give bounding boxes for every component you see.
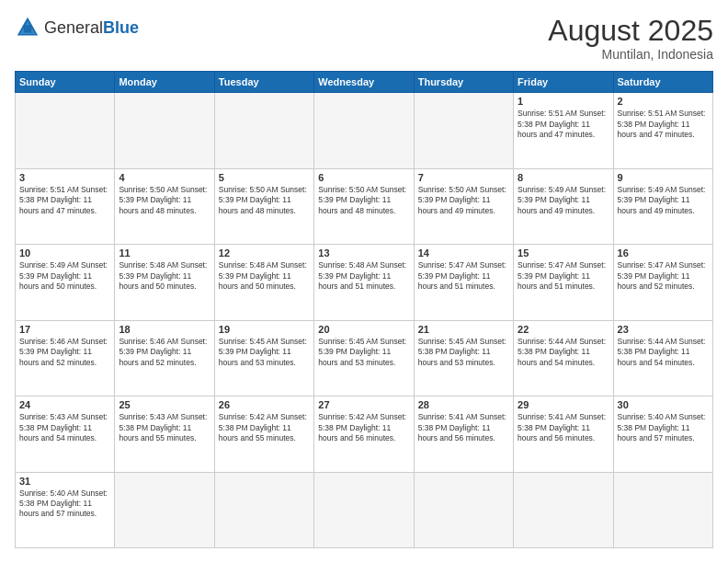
cell-date-number: 4 <box>119 172 210 183</box>
calendar-cell <box>214 93 313 168</box>
cell-date-number: 19 <box>219 324 310 335</box>
calendar-cell: 18Sunrise: 5:46 AM Sunset: 5:39 PM Dayli… <box>115 320 214 396</box>
calendar-week-row: 3Sunrise: 5:51 AM Sunset: 5:38 PM Daylig… <box>16 168 713 244</box>
cell-info-text: Sunrise: 5:48 AM Sunset: 5:39 PM Dayligh… <box>318 260 409 292</box>
cell-date-number: 10 <box>19 247 110 259</box>
cell-info-text: Sunrise: 5:48 AM Sunset: 5:39 PM Dayligh… <box>119 260 210 292</box>
calendar-cell: 5Sunrise: 5:50 AM Sunset: 5:39 PM Daylig… <box>214 168 313 244</box>
cell-date-number: 8 <box>518 172 609 183</box>
calendar-cell: 29Sunrise: 5:41 AM Sunset: 5:38 PM Dayli… <box>514 396 613 472</box>
calendar-cell <box>414 93 513 168</box>
cell-info-text: Sunrise: 5:45 AM Sunset: 5:39 PM Dayligh… <box>318 337 409 368</box>
calendar-cell <box>613 472 712 547</box>
cell-info-text: Sunrise: 5:42 AM Sunset: 5:38 PM Dayligh… <box>318 412 409 443</box>
cell-info-text: Sunrise: 5:51 AM Sunset: 5:38 PM Dayligh… <box>618 109 709 140</box>
cell-date-number: 24 <box>19 399 110 410</box>
calendar-header-tuesday: Tuesday <box>214 72 313 93</box>
calendar-header-sunday: Sunday <box>16 72 115 93</box>
calendar-cell: 22Sunrise: 5:44 AM Sunset: 5:38 PM Dayli… <box>514 320 613 396</box>
calendar-cell: 21Sunrise: 5:45 AM Sunset: 5:38 PM Dayli… <box>414 320 513 396</box>
calendar-header-monday: Monday <box>115 72 214 93</box>
calendar-cell: 25Sunrise: 5:43 AM Sunset: 5:38 PM Dayli… <box>115 396 214 472</box>
cell-info-text: Sunrise: 5:51 AM Sunset: 5:38 PM Dayligh… <box>19 185 110 216</box>
calendar-cell: 24Sunrise: 5:43 AM Sunset: 5:38 PM Dayli… <box>16 396 115 472</box>
calendar-cell: 26Sunrise: 5:42 AM Sunset: 5:38 PM Dayli… <box>214 396 313 472</box>
calendar-cell: 8Sunrise: 5:49 AM Sunset: 5:39 PM Daylig… <box>514 168 613 244</box>
calendar-cell <box>214 472 313 547</box>
calendar-cell <box>16 93 115 168</box>
cell-info-text: Sunrise: 5:50 AM Sunset: 5:39 PM Dayligh… <box>418 185 509 216</box>
calendar-header-saturday: Saturday <box>613 72 712 93</box>
calendar-cell <box>414 472 513 547</box>
cell-date-number: 9 <box>618 172 709 183</box>
cell-date-number: 17 <box>19 324 110 335</box>
calendar-cell: 16Sunrise: 5:47 AM Sunset: 5:39 PM Dayli… <box>613 245 712 320</box>
page: GeneralBlue August 2025 Muntilan, Indone… <box>0 0 728 563</box>
calendar-week-row: 1Sunrise: 5:51 AM Sunset: 5:38 PM Daylig… <box>16 93 713 168</box>
month-title: August 2025 <box>548 15 713 47</box>
calendar-cell <box>314 93 414 168</box>
calendar-header-friday: Friday <box>514 72 613 93</box>
cell-date-number: 20 <box>318 324 409 335</box>
calendar-cell: 20Sunrise: 5:45 AM Sunset: 5:39 PM Dayli… <box>314 320 414 396</box>
cell-info-text: Sunrise: 5:49 AM Sunset: 5:39 PM Dayligh… <box>518 185 609 216</box>
calendar-cell <box>115 93 214 168</box>
calendar-cell: 31Sunrise: 5:40 AM Sunset: 5:38 PM Dayli… <box>16 472 115 547</box>
calendar-cell: 6Sunrise: 5:50 AM Sunset: 5:39 PM Daylig… <box>314 168 414 244</box>
cell-date-number: 22 <box>518 324 609 335</box>
calendar-cell: 3Sunrise: 5:51 AM Sunset: 5:38 PM Daylig… <box>16 168 115 244</box>
header: GeneralBlue August 2025 Muntilan, Indone… <box>15 15 713 62</box>
cell-date-number: 23 <box>618 324 709 335</box>
cell-date-number: 13 <box>318 247 409 259</box>
calendar-cell: 7Sunrise: 5:50 AM Sunset: 5:39 PM Daylig… <box>414 168 513 244</box>
cell-date-number: 26 <box>219 399 310 410</box>
cell-info-text: Sunrise: 5:42 AM Sunset: 5:38 PM Dayligh… <box>219 412 310 443</box>
cell-date-number: 14 <box>418 247 509 259</box>
cell-date-number: 31 <box>19 476 110 487</box>
cell-info-text: Sunrise: 5:45 AM Sunset: 5:39 PM Dayligh… <box>219 337 310 368</box>
cell-date-number: 12 <box>219 247 310 259</box>
calendar-cell: 13Sunrise: 5:48 AM Sunset: 5:39 PM Dayli… <box>314 245 414 320</box>
cell-date-number: 3 <box>19 172 110 183</box>
cell-date-number: 18 <box>119 324 210 335</box>
calendar-week-row: 24Sunrise: 5:43 AM Sunset: 5:38 PM Dayli… <box>16 396 713 472</box>
calendar-cell: 12Sunrise: 5:48 AM Sunset: 5:39 PM Dayli… <box>214 245 313 320</box>
calendar-cell: 14Sunrise: 5:47 AM Sunset: 5:39 PM Dayli… <box>414 245 513 320</box>
calendar-cell: 17Sunrise: 5:46 AM Sunset: 5:39 PM Dayli… <box>16 320 115 396</box>
cell-info-text: Sunrise: 5:50 AM Sunset: 5:39 PM Dayligh… <box>219 185 310 216</box>
cell-info-text: Sunrise: 5:41 AM Sunset: 5:38 PM Dayligh… <box>518 412 609 443</box>
logo-icon <box>15 15 40 40</box>
calendar-cell: 4Sunrise: 5:50 AM Sunset: 5:39 PM Daylig… <box>115 168 214 244</box>
cell-date-number: 6 <box>318 172 409 183</box>
calendar-week-row: 10Sunrise: 5:49 AM Sunset: 5:39 PM Dayli… <box>16 245 713 320</box>
cell-info-text: Sunrise: 5:40 AM Sunset: 5:38 PM Dayligh… <box>618 412 709 443</box>
cell-info-text: Sunrise: 5:43 AM Sunset: 5:38 PM Dayligh… <box>19 412 110 443</box>
location: Muntilan, Indonesia <box>548 47 713 62</box>
cell-date-number: 11 <box>119 247 210 259</box>
cell-info-text: Sunrise: 5:51 AM Sunset: 5:38 PM Dayligh… <box>518 109 609 140</box>
calendar: SundayMondayTuesdayWednesdayThursdayFrid… <box>15 71 713 548</box>
calendar-cell: 27Sunrise: 5:42 AM Sunset: 5:38 PM Dayli… <box>314 396 414 472</box>
cell-info-text: Sunrise: 5:44 AM Sunset: 5:38 PM Dayligh… <box>618 337 709 368</box>
cell-info-text: Sunrise: 5:48 AM Sunset: 5:39 PM Dayligh… <box>219 260 310 292</box>
cell-date-number: 30 <box>618 399 709 410</box>
calendar-week-row: 17Sunrise: 5:46 AM Sunset: 5:39 PM Dayli… <box>16 320 713 396</box>
calendar-cell <box>115 472 214 547</box>
calendar-cell <box>314 472 414 547</box>
calendar-week-row: 31Sunrise: 5:40 AM Sunset: 5:38 PM Dayli… <box>16 472 713 547</box>
cell-info-text: Sunrise: 5:49 AM Sunset: 5:39 PM Dayligh… <box>618 185 709 216</box>
cell-date-number: 28 <box>418 399 509 410</box>
cell-info-text: Sunrise: 5:41 AM Sunset: 5:38 PM Dayligh… <box>418 412 509 443</box>
cell-info-text: Sunrise: 5:44 AM Sunset: 5:38 PM Dayligh… <box>518 337 609 368</box>
calendar-cell: 1Sunrise: 5:51 AM Sunset: 5:38 PM Daylig… <box>514 93 613 168</box>
cell-info-text: Sunrise: 5:49 AM Sunset: 5:39 PM Dayligh… <box>19 260 110 292</box>
calendar-cell: 11Sunrise: 5:48 AM Sunset: 5:39 PM Dayli… <box>115 245 214 320</box>
cell-date-number: 5 <box>219 172 310 183</box>
cell-date-number: 2 <box>618 96 709 107</box>
calendar-cell: 9Sunrise: 5:49 AM Sunset: 5:39 PM Daylig… <box>613 168 712 244</box>
cell-date-number: 7 <box>418 172 509 183</box>
calendar-cell: 19Sunrise: 5:45 AM Sunset: 5:39 PM Dayli… <box>214 320 313 396</box>
calendar-cell: 15Sunrise: 5:47 AM Sunset: 5:39 PM Dayli… <box>514 245 613 320</box>
cell-date-number: 1 <box>518 96 609 107</box>
svg-rect-2 <box>24 25 31 32</box>
